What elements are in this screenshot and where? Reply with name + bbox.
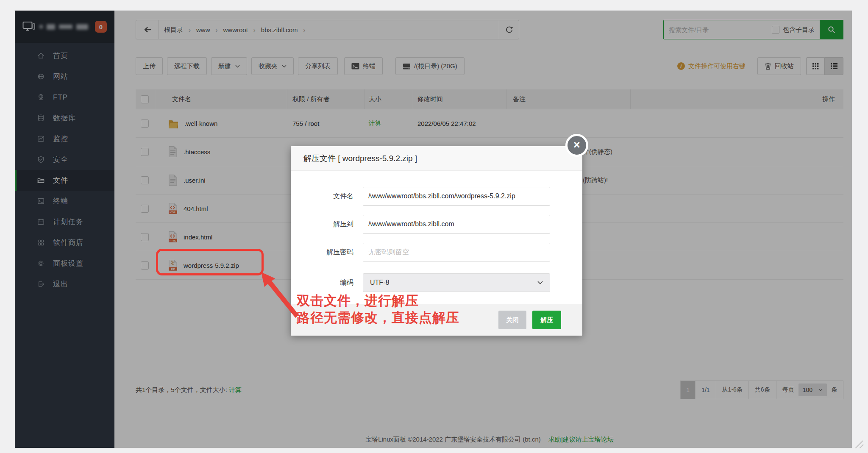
encoding-select[interactable]: UTF-8 [363,273,550,292]
extract-button[interactable]: 解压 [532,311,561,329]
filename-label: 文件名 [303,192,353,201]
chevron-down-icon [537,281,543,284]
annotation-line1: 双击文件，进行解压 [297,292,459,309]
extract-to-label: 解压到 [303,220,353,229]
resize-grip[interactable] [853,439,864,448]
annotation-line2: 路径无需修改，直接点解压 [297,309,459,326]
password-label: 解压密码 [303,248,353,257]
annotation-arrow [253,266,303,320]
window-frame: 0 首页 网站 FTP 数据库 监控 [0,0,868,453]
encoding-value: UTF-8 [370,279,389,286]
annotation-text: 双击文件，进行解压 路径无需修改，直接点解压 [297,292,459,326]
password-input[interactable] [363,243,550,261]
encoding-label: 编码 [303,278,353,287]
dialog-title: 解压文件 [ wordpress-5.9.2.zip ] [291,146,582,171]
extract-to-input[interactable] [363,215,550,233]
dialog-close-icon[interactable]: × [565,134,588,157]
close-button[interactable]: 关闭 [498,311,526,329]
dialog-body: 文件名 解压到 解压密码 编码 UTF-8 [291,171,582,292]
filename-input[interactable] [363,187,550,206]
annotation-highlight-box [156,249,264,275]
